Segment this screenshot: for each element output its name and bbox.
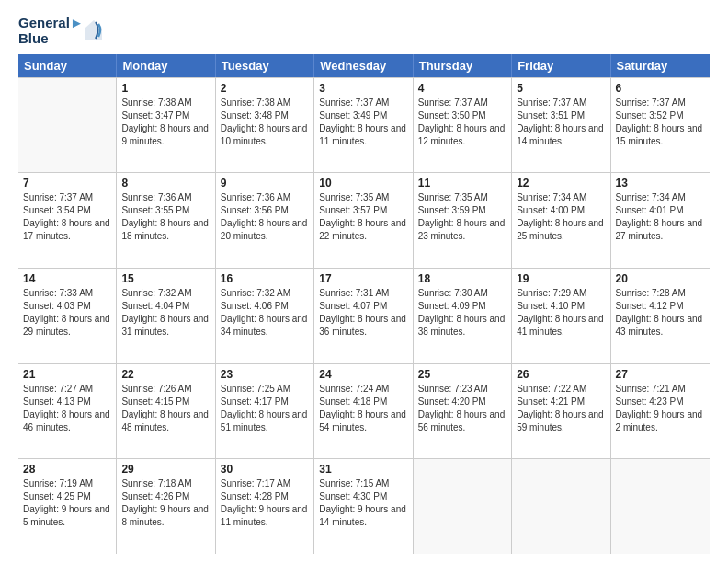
day-number: 12 — [517, 177, 605, 190]
calendar-cell: 3Sunrise: 7:37 AM Sunset: 3:49 PM Daylig… — [314, 78, 413, 173]
day-number: 16 — [221, 272, 309, 285]
day-number: 2 — [221, 82, 309, 95]
calendar-cell: 1Sunrise: 7:38 AM Sunset: 3:47 PM Daylig… — [117, 78, 215, 173]
cell-info: Sunrise: 7:37 AM Sunset: 3:50 PM Dayligh… — [418, 98, 506, 146]
cell-info: Sunrise: 7:25 AM Sunset: 4:17 PM Dayligh… — [221, 384, 308, 432]
calendar-cell: 24Sunrise: 7:24 AM Sunset: 4:18 PM Dayli… — [314, 364, 413, 459]
cell-info: Sunrise: 7:34 AM Sunset: 4:01 PM Dayligh… — [616, 192, 703, 241]
cell-info: Sunrise: 7:23 AM Sunset: 4:20 PM Dayligh… — [418, 384, 506, 432]
calendar-cell: 19Sunrise: 7:29 AM Sunset: 4:10 PM Dayli… — [512, 269, 610, 363]
cell-info: Sunrise: 7:35 AM Sunset: 3:59 PM Dayligh… — [418, 192, 506, 241]
logo-icon — [85, 20, 102, 40]
day-number: 25 — [418, 368, 506, 381]
header-day-wednesday: Wednesday — [314, 54, 413, 77]
cell-info: Sunrise: 7:36 AM Sunset: 3:56 PM Dayligh… — [221, 192, 308, 241]
header: General►Blue — [18, 15, 710, 47]
calendar-cell: 12Sunrise: 7:34 AM Sunset: 4:00 PM Dayli… — [512, 173, 610, 268]
calendar-cell: 13Sunrise: 7:34 AM Sunset: 4:01 PM Dayli… — [611, 173, 710, 268]
calendar-cell: 11Sunrise: 7:35 AM Sunset: 3:59 PM Dayli… — [414, 173, 512, 268]
calendar-cell: 27Sunrise: 7:21 AM Sunset: 4:23 PM Dayli… — [611, 364, 710, 459]
day-number: 10 — [319, 177, 407, 190]
calendar-cell: 15Sunrise: 7:32 AM Sunset: 4:04 PM Dayli… — [117, 269, 215, 363]
calendar-cell: 25Sunrise: 7:23 AM Sunset: 4:20 PM Dayli… — [414, 364, 512, 459]
page: General►Blue SundayMondayTuesdayWednesda… — [0, 0, 728, 563]
calendar-header: SundayMondayTuesdayWednesdayThursdayFrid… — [18, 54, 710, 77]
cell-info: Sunrise: 7:37 AM Sunset: 3:49 PM Dayligh… — [319, 98, 406, 146]
day-number: 20 — [616, 272, 705, 285]
cell-info: Sunrise: 7:22 AM Sunset: 4:21 PM Dayligh… — [517, 384, 604, 432]
calendar-week-1: 1Sunrise: 7:38 AM Sunset: 3:47 PM Daylig… — [18, 77, 710, 174]
header-day-thursday: Thursday — [414, 54, 512, 77]
day-number: 26 — [517, 368, 605, 381]
calendar-week-2: 7Sunrise: 7:37 AM Sunset: 3:54 PM Daylig… — [18, 173, 710, 269]
cell-info: Sunrise: 7:18 AM Sunset: 4:26 PM Dayligh… — [121, 478, 209, 527]
header-day-monday: Monday — [117, 54, 215, 77]
cell-info: Sunrise: 7:17 AM Sunset: 4:28 PM Dayligh… — [221, 478, 308, 527]
cell-info: Sunrise: 7:37 AM Sunset: 3:54 PM Dayligh… — [23, 192, 110, 241]
cell-info: Sunrise: 7:37 AM Sunset: 3:52 PM Dayligh… — [616, 98, 703, 146]
header-day-sunday: Sunday — [18, 54, 117, 77]
calendar-cell: 20Sunrise: 7:28 AM Sunset: 4:12 PM Dayli… — [611, 269, 710, 363]
cell-info: Sunrise: 7:30 AM Sunset: 4:09 PM Dayligh… — [418, 288, 506, 337]
calendar-cell: 16Sunrise: 7:32 AM Sunset: 4:06 PM Dayli… — [216, 269, 314, 363]
cell-info: Sunrise: 7:27 AM Sunset: 4:13 PM Dayligh… — [23, 384, 110, 432]
day-number: 15 — [121, 272, 210, 285]
day-number: 3 — [319, 82, 407, 95]
cell-info: Sunrise: 7:35 AM Sunset: 3:57 PM Dayligh… — [319, 192, 406, 241]
cell-info: Sunrise: 7:38 AM Sunset: 3:47 PM Dayligh… — [121, 98, 209, 146]
cell-info: Sunrise: 7:26 AM Sunset: 4:15 PM Dayligh… — [121, 384, 209, 432]
logo-text: General►Blue — [18, 15, 84, 47]
calendar-cell — [18, 78, 117, 173]
calendar-cell: 10Sunrise: 7:35 AM Sunset: 3:57 PM Dayli… — [314, 173, 413, 268]
header-day-tuesday: Tuesday — [216, 54, 314, 77]
cell-info: Sunrise: 7:19 AM Sunset: 4:25 PM Dayligh… — [23, 478, 110, 527]
cell-info: Sunrise: 7:33 AM Sunset: 4:03 PM Dayligh… — [23, 288, 110, 337]
calendar-week-5: 28Sunrise: 7:19 AM Sunset: 4:25 PM Dayli… — [18, 459, 710, 554]
calendar-cell: 6Sunrise: 7:37 AM Sunset: 3:52 PM Daylig… — [611, 78, 710, 173]
cell-info: Sunrise: 7:32 AM Sunset: 4:04 PM Dayligh… — [121, 288, 209, 337]
day-number: 14 — [23, 272, 111, 285]
day-number: 8 — [121, 177, 210, 190]
calendar-cell — [611, 459, 710, 554]
day-number: 9 — [221, 177, 309, 190]
calendar-cell: 23Sunrise: 7:25 AM Sunset: 4:17 PM Dayli… — [216, 364, 314, 459]
cell-info: Sunrise: 7:29 AM Sunset: 4:10 PM Dayligh… — [517, 288, 604, 337]
cell-info: Sunrise: 7:21 AM Sunset: 4:23 PM Dayligh… — [616, 384, 703, 432]
calendar-cell: 4Sunrise: 7:37 AM Sunset: 3:50 PM Daylig… — [414, 78, 512, 173]
day-number: 7 — [23, 177, 111, 190]
cell-info: Sunrise: 7:37 AM Sunset: 3:51 PM Dayligh… — [517, 98, 604, 146]
cell-info: Sunrise: 7:36 AM Sunset: 3:55 PM Dayligh… — [121, 192, 209, 241]
day-number: 24 — [319, 368, 407, 381]
day-number: 23 — [221, 368, 309, 381]
calendar-cell — [414, 459, 512, 554]
calendar: SundayMondayTuesdayWednesdayThursdayFrid… — [18, 54, 710, 555]
logo: General►Blue — [18, 15, 102, 47]
day-number: 22 — [121, 368, 210, 381]
day-number: 18 — [418, 272, 506, 285]
day-number: 6 — [616, 82, 705, 95]
calendar-cell: 9Sunrise: 7:36 AM Sunset: 3:56 PM Daylig… — [216, 173, 314, 268]
day-number: 4 — [418, 82, 506, 95]
calendar-cell: 28Sunrise: 7:19 AM Sunset: 4:25 PM Dayli… — [18, 459, 117, 554]
day-number: 21 — [23, 368, 111, 381]
calendar-week-4: 21Sunrise: 7:27 AM Sunset: 4:13 PM Dayli… — [18, 364, 710, 460]
header-day-saturday: Saturday — [611, 54, 710, 77]
calendar-cell: 2Sunrise: 7:38 AM Sunset: 3:48 PM Daylig… — [216, 78, 314, 173]
day-number: 5 — [517, 82, 605, 95]
calendar-cell: 21Sunrise: 7:27 AM Sunset: 4:13 PM Dayli… — [18, 364, 117, 459]
day-number: 29 — [121, 463, 210, 476]
day-number: 1 — [121, 82, 210, 95]
calendar-cell: 14Sunrise: 7:33 AM Sunset: 4:03 PM Dayli… — [18, 269, 117, 363]
day-number: 31 — [319, 463, 407, 476]
cell-info: Sunrise: 7:38 AM Sunset: 3:48 PM Dayligh… — [221, 98, 308, 146]
header-day-friday: Friday — [512, 54, 610, 77]
calendar-cell: 30Sunrise: 7:17 AM Sunset: 4:28 PM Dayli… — [216, 459, 314, 554]
calendar-cell — [512, 459, 610, 554]
cell-info: Sunrise: 7:24 AM Sunset: 4:18 PM Dayligh… — [319, 384, 406, 432]
calendar-week-3: 14Sunrise: 7:33 AM Sunset: 4:03 PM Dayli… — [18, 269, 710, 364]
day-number: 13 — [616, 177, 705, 190]
cell-info: Sunrise: 7:28 AM Sunset: 4:12 PM Dayligh… — [616, 288, 703, 337]
cell-info: Sunrise: 7:34 AM Sunset: 4:00 PM Dayligh… — [517, 192, 604, 241]
calendar-cell: 18Sunrise: 7:30 AM Sunset: 4:09 PM Dayli… — [414, 269, 512, 363]
cell-info: Sunrise: 7:32 AM Sunset: 4:06 PM Dayligh… — [221, 288, 308, 337]
